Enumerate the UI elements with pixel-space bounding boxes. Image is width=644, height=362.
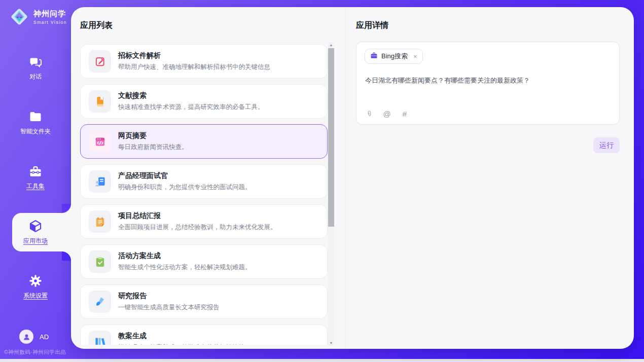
app-card-title: 网页摘要 <box>118 131 188 140</box>
run-button[interactable]: 运行 <box>593 137 620 153</box>
bid-icon <box>89 50 111 73</box>
app-card-books[interactable]: 教案生成模板驱动，教案秒成，教学准备从此轻松快捷 <box>80 324 328 345</box>
books-icon <box>89 331 111 345</box>
book-icon <box>89 90 111 113</box>
web-icon <box>89 130 111 153</box>
briefcase-icon <box>370 52 378 61</box>
sidebar-item-cube[interactable]: 应用市场 <box>0 213 71 251</box>
toolbox-icon <box>28 164 43 178</box>
app-card-title: 项目总结汇报 <box>118 211 277 221</box>
scrollbar-thumb[interactable] <box>328 48 334 227</box>
folder-icon <box>28 110 43 124</box>
topic-icon[interactable]: # <box>401 109 409 118</box>
app-card-desc: 帮助用户快速、准确地理解和解析招标书中的关键信息 <box>118 63 270 71</box>
mention-icon[interactable]: @ <box>383 109 391 118</box>
close-icon[interactable]: × <box>413 53 417 60</box>
logo-diamond-icon <box>9 7 29 27</box>
app-card-desc: 每日政府新闻资讯快查。 <box>118 143 188 152</box>
sidebar-item-label: 系统设置 <box>23 292 48 300</box>
sidebar-item-label: 智能文件夹 <box>20 127 51 136</box>
app-card-note[interactable]: 项目总结汇报全面回顾项目进展，总结经验教训，助力未来优化发展。 <box>80 204 328 239</box>
prompt-composer[interactable]: Bing搜索 × 今日湖北有哪些新闻要点？有哪些需要关注的最新政策？ @ # <box>356 42 620 125</box>
app-detail-title: 应用详情 <box>356 20 388 31</box>
sidebar-nav: 对话智能文件夹工具集应用市场系统设置 <box>0 49 71 322</box>
app-detail-panel: 应用详情 Bing搜索 × 今日湖北有哪些新闻要点？有哪些需要关注的最新政策？ <box>346 7 634 349</box>
user-avatar-icon <box>19 330 33 344</box>
sidebar-footer: ©神州数码·神州问学出品 <box>4 349 71 356</box>
app-card-ink[interactable]: 研究报告一键智能生成高质量长文本研究报告 <box>80 284 328 319</box>
app-list-panel: 应用列表 招标文件解析帮助用户快速、准确地理解和解析招标书中的关键信息文献搜索快… <box>71 7 346 349</box>
app-card-desc: 明确身份和职责，为您提供专业性的面试问题。 <box>118 183 252 192</box>
user-name: AD <box>40 333 49 341</box>
user-row[interactable]: AD <box>19 330 49 344</box>
tool-tag-label: Bing搜索 <box>381 52 408 61</box>
paperclip-icon[interactable] <box>365 109 373 118</box>
sidebar-item-gear[interactable]: 系统设置 <box>0 268 71 306</box>
logo-title: 神州问学 <box>33 9 67 19</box>
app-card-title: 教案生成 <box>118 332 245 341</box>
sidebar-item-label: 工具集 <box>26 182 45 191</box>
scrollbar[interactable]: ▲ ▼ <box>328 42 334 346</box>
sidebar: 神州问学 Smart Vision 对话智能文件夹工具集应用市场系统设置 AD … <box>0 0 71 359</box>
app-card-title: 活动方案生成 <box>118 251 252 261</box>
app-card-desc: 全面回顾项目进展，总结经验教训，助力未来优化发展。 <box>118 223 277 232</box>
app-card-title: 文献搜索 <box>118 91 264 100</box>
app-card-desc: 快速精准查找学术资源，提高研究效率的必备工具。 <box>118 103 264 112</box>
interview-icon <box>89 170 111 193</box>
app-card-desc: 智能生成个性化活动方案，轻松解决规划难题。 <box>118 263 252 272</box>
sidebar-item-toolbox[interactable]: 工具集 <box>0 158 71 197</box>
app-card-desc: 一键智能生成高质量长文本研究报告 <box>118 303 220 312</box>
app-card-web[interactable]: 网页摘要每日政府新闻资讯快查。 <box>80 124 328 159</box>
app-card-title: 产品经理面试官 <box>118 171 252 180</box>
note-icon <box>89 210 111 233</box>
plan-icon <box>89 250 111 273</box>
app-card-desc: 模板驱动，教案秒成，教学准备从此轻松快捷 <box>118 343 245 345</box>
app-window: 神州问学 Smart Vision 对话智能文件夹工具集应用市场系统设置 AD … <box>0 0 644 362</box>
ink-icon <box>89 291 111 313</box>
cube-icon <box>28 219 43 233</box>
sidebar-item-folder[interactable]: 智能文件夹 <box>0 103 71 142</box>
app-card-title: 研究报告 <box>118 292 220 301</box>
sidebar-item-label: 应用市场 <box>23 237 48 245</box>
sidebar-item-label: 对话 <box>29 73 42 81</box>
app-card-book[interactable]: 文献搜索快速精准查找学术资源，提高研究效率的必备工具。 <box>80 84 328 119</box>
app-card-interview[interactable]: 产品经理面试官明确身份和职责，为您提供专业性的面试问题。 <box>80 164 328 199</box>
app-card-bid[interactable]: 招标文件解析帮助用户快速、准确地理解和解析招标书中的关键信息 <box>80 44 328 79</box>
app-list-title: 应用列表 <box>80 20 113 31</box>
prompt-text[interactable]: 今日湖北有哪些新闻要点？有哪些需要关注的最新政策？ <box>365 76 611 86</box>
app-card-title: 招标文件解析 <box>118 51 270 60</box>
logo: 神州问学 Smart Vision <box>9 7 67 27</box>
logo-subtitle: Smart Vision <box>33 20 67 25</box>
scroll-down-icon[interactable]: ▼ <box>328 341 334 345</box>
tool-tag-bing-search[interactable]: Bing搜索 × <box>365 49 423 64</box>
sidebar-item-chat[interactable]: 对话 <box>0 49 71 87</box>
app-list: 招标文件解析帮助用户快速、准确地理解和解析招标书中的关键信息文献搜索快速精准查找… <box>80 44 328 345</box>
scroll-up-icon[interactable]: ▲ <box>328 43 334 47</box>
main-content: 应用列表 招标文件解析帮助用户快速、准确地理解和解析招标书中的关键信息文献搜索快… <box>71 7 634 349</box>
gear-icon <box>28 274 43 288</box>
app-card-plan[interactable]: 活动方案生成智能生成个性化活动方案，轻松解决规划难题。 <box>80 244 328 279</box>
chat-icon <box>28 55 43 69</box>
